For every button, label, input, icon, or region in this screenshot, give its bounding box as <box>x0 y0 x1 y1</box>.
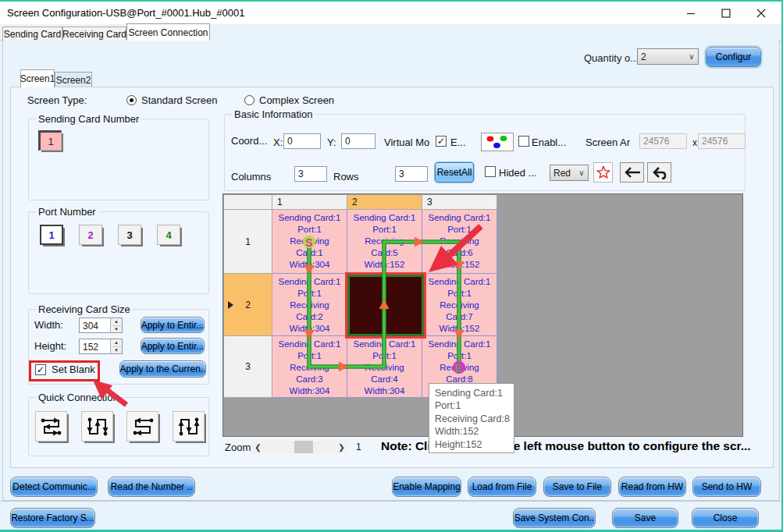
port-tile-4[interactable]: 4 <box>157 225 180 245</box>
apply-height-button[interactable]: Apply to Entir... <box>141 338 205 354</box>
grid-cell-r1c1[interactable]: Sending Card:1Port:1ReceivingCard:1Width… <box>272 210 347 274</box>
chevron-down-icon: ∨ <box>685 52 698 61</box>
rgb-dots-icon <box>484 135 511 149</box>
grid-cell-r1c3[interactable]: Sending Card:1Port:1ReceivingCard:6Width… <box>422 210 497 274</box>
cell-line: Card:1 <box>272 247 347 259</box>
apply-width-button[interactable]: Apply to Entir... <box>141 317 205 333</box>
grid-cell-r3c1[interactable]: Sending Card:1Port:1ReceivingCard:3Width… <box>272 336 347 398</box>
complex-screen-label: Complex Screen <box>259 94 334 106</box>
grid-col-header-3[interactable]: 3 <box>422 195 497 210</box>
undo-arrow-icon <box>652 166 667 179</box>
port-tile-1[interactable]: 1 <box>40 225 63 245</box>
standard-screen-radio[interactable] <box>126 95 137 105</box>
rgb-dots-button[interactable] <box>481 133 514 151</box>
close-dialog-button[interactable]: Close <box>692 508 759 528</box>
grid-cell-r2c3[interactable]: Sending Card:1Port:1ReceivingCard:7Width… <box>422 274 497 336</box>
maximize-button[interactable] <box>708 2 743 24</box>
grid-col-header-2[interactable]: 2 <box>347 195 422 210</box>
cell-line: Width:304 <box>347 385 422 397</box>
minimize-button[interactable] <box>673 2 708 24</box>
tooltip-line: Width:152 <box>435 425 514 438</box>
complex-screen-radio[interactable] <box>244 95 254 105</box>
zoom-scroll-thumb[interactable] <box>294 441 313 453</box>
u-pattern-icon <box>84 414 111 439</box>
sending-card-tile-1[interactable]: 1 <box>38 130 62 151</box>
star-button[interactable] <box>593 162 613 183</box>
quick-connect-z-pattern-button[interactable] <box>35 411 67 442</box>
read-number-button[interactable]: Read the Number .. <box>108 477 195 497</box>
height-up-icon[interactable]: ▲ <box>111 339 122 347</box>
zoom-scroll-track[interactable] <box>265 441 335 453</box>
screen-configuration-window: Screen Configuration-USB@Port_#0001.Hub_… <box>0 0 783 532</box>
hided-checkbox[interactable] <box>485 166 496 177</box>
enable-checkbox[interactable] <box>518 136 529 147</box>
height-spinner[interactable]: 152 ▲▼ <box>79 339 123 354</box>
tab-screen1[interactable]: Screen1 <box>20 69 55 87</box>
cell-line: Port:1 <box>422 288 496 300</box>
cell-line: Sending Card:1 <box>347 339 422 350</box>
x-input[interactable]: 0 <box>283 133 321 149</box>
rows-input[interactable]: 3 <box>395 166 428 182</box>
scroll-right-icon[interactable]: ❯ <box>335 441 348 453</box>
tab-receiving-card[interactable]: Receiving Card <box>62 27 126 41</box>
grid-row-header-1[interactable]: 1 <box>224 210 272 274</box>
cell-line: Port:1 <box>272 350 347 362</box>
width-down-icon[interactable]: ▼ <box>111 326 122 333</box>
cell-line: Width:304 <box>272 259 347 271</box>
quick-connect-u-pattern-button[interactable] <box>81 411 113 442</box>
port-tile-2[interactable]: 2 <box>79 225 102 245</box>
zoom-scrollbar[interactable]: ❮ ❯ <box>251 441 348 453</box>
enable-cb-label: Enabl... <box>532 137 566 148</box>
width-spinner[interactable]: 304 ▲▼ <box>79 317 123 333</box>
grid-row-header-3[interactable]: 3 <box>224 336 272 398</box>
height-down-icon[interactable]: ▼ <box>111 347 122 354</box>
row-pointer-icon <box>227 301 233 309</box>
grid-row-header-2[interactable]: 2 <box>224 274 272 336</box>
undo-button[interactable] <box>647 162 671 183</box>
width-up-icon[interactable]: ▲ <box>111 318 122 326</box>
grid-col-header-1[interactable]: 1 <box>272 195 347 210</box>
blank-cell-selected[interactable] <box>345 272 426 339</box>
quick-connect-n-pattern-button[interactable] <box>173 411 205 442</box>
cell-line: Sending Card:1 <box>272 339 347 350</box>
cell-line: Card:4 <box>347 374 422 385</box>
tab-sending-card[interactable]: Sending Card <box>2 27 62 41</box>
color-select[interactable]: Red ∨ <box>550 165 589 181</box>
virtual-mode-checkbox[interactable]: ✓ <box>436 136 447 147</box>
grid-cell-r3c2[interactable]: Sending Card:1Port:1ReceivingCard:4Width… <box>347 336 422 398</box>
tab-screen2[interactable]: Screen2 <box>55 72 92 87</box>
configure-button[interactable]: Configur <box>706 47 761 67</box>
save-to-file-button[interactable]: Save to File <box>543 477 611 497</box>
back-arrow-button[interactable] <box>620 162 644 183</box>
tab-screen-connection[interactable]: Screen Connection <box>126 23 210 41</box>
chevron-down-icon: ∨ <box>575 168 588 177</box>
save-system-config-button[interactable]: Save System Con.. <box>513 508 596 528</box>
set-blank-highlight-rect <box>29 360 100 381</box>
enable-mapping-button[interactable]: Enable Mapping <box>392 477 461 497</box>
grid-cell-r2c1[interactable]: Sending Card:1Port:1ReceivingCard:2Width… <box>272 274 347 336</box>
load-from-file-button[interactable]: Load from File <box>468 477 536 497</box>
cell-line: Sending Card:1 <box>272 212 347 224</box>
cell-line: Card:6 <box>422 247 496 259</box>
blank-cell-inner <box>347 275 424 336</box>
scroll-left-icon[interactable]: ❮ <box>251 441 265 453</box>
quantity-select[interactable]: 2 ∨ <box>637 48 699 65</box>
quick-connect-s-pattern-button[interactable] <box>126 411 158 442</box>
detect-communication-button[interactable]: Detect Communic... <box>10 477 98 497</box>
restore-factory-button[interactable]: Restore Factory S... <box>10 508 95 528</box>
cell-line: Sending Card:1 <box>272 276 347 288</box>
cell-line: Port:1 <box>347 350 422 362</box>
columns-input[interactable]: 3 <box>294 166 327 182</box>
cell-line: Card:7 <box>422 311 496 323</box>
send-to-hw-button[interactable]: Send to HW <box>692 477 761 497</box>
grid-cell-r1c2[interactable]: Sending Card:1Port:1ReceivingCard:5Width… <box>347 210 422 274</box>
apply-current-button[interactable]: Apply to the Curren.. <box>119 360 206 378</box>
reset-all-button[interactable]: ResetAll <box>435 162 474 183</box>
save-button[interactable]: Save <box>612 508 678 528</box>
close-button[interactable] <box>743 2 778 24</box>
y-input[interactable]: 0 <box>341 133 375 149</box>
cell-line: Sending Card:1 <box>422 276 496 288</box>
cell-line: Receiving <box>347 362 422 374</box>
read-from-hw-button[interactable]: Read from HW <box>618 477 686 497</box>
port-tile-3[interactable]: 3 <box>118 225 141 245</box>
